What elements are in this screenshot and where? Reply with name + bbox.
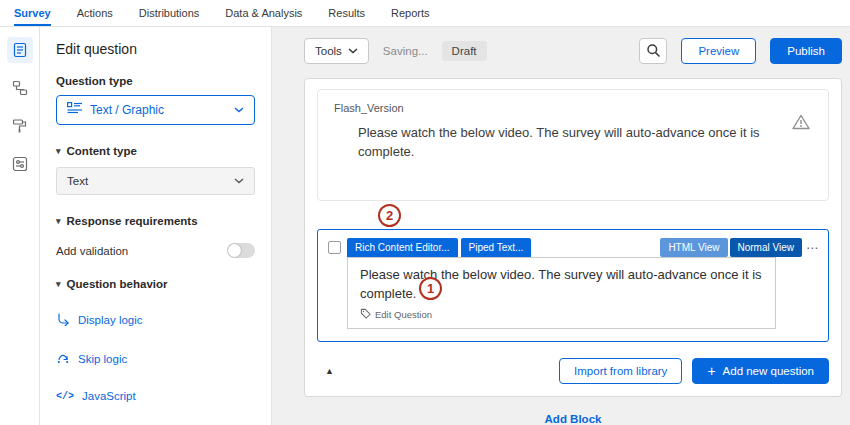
code-icon: </> <box>56 390 74 403</box>
survey-canvas: Tools Saving... Draft Preview Publish Fl… <box>272 27 850 425</box>
builder-icon[interactable] <box>7 37 33 63</box>
add-new-question-button[interactable]: + Add new question <box>692 358 829 384</box>
text-graphic-icon <box>67 102 82 118</box>
search-button[interactable] <box>639 38 667 64</box>
tools-label: Tools <box>315 45 342 57</box>
caret-down-icon: ▾ <box>56 146 61 156</box>
nav-actions[interactable]: Actions <box>77 0 113 26</box>
publish-button[interactable]: Publish <box>770 38 842 64</box>
top-navigation: Survey Actions Distributions Data & Anal… <box>0 0 850 27</box>
add-validation-toggle[interactable] <box>227 243 255 258</box>
survey-flow-icon[interactable] <box>7 75 33 101</box>
draft-status-badge: Draft <box>442 41 487 61</box>
add-block-button[interactable]: Add Block <box>304 413 842 425</box>
canvas-toolbar: Tools Saving... Draft Preview Publish <box>304 35 842 66</box>
rich-text-editor-area[interactable]: Please watch the below video. The survey… <box>347 257 776 329</box>
display-logic-icon <box>56 312 70 329</box>
import-from-library-button[interactable]: Import from library <box>559 358 682 384</box>
question-type-dropdown[interactable]: Text / Graphic <box>56 95 255 125</box>
block-footer: ▲ Import from library + Add new question <box>317 358 829 384</box>
content-type-label: Content type <box>67 145 137 157</box>
look-and-feel-icon[interactable] <box>7 113 33 139</box>
display-logic-link[interactable]: Display logic <box>56 312 255 329</box>
javascript-link[interactable]: </> JavaScript <box>56 390 255 403</box>
question-edit-block: Rich Content Editor... Piped Text... HTM… <box>317 229 829 342</box>
nav-survey[interactable]: Survey <box>14 0 51 26</box>
question-type-label: Question type <box>56 75 255 87</box>
skip-logic-link[interactable]: Skip logic <box>56 351 255 368</box>
tab-html-view[interactable]: HTML View <box>660 238 727 257</box>
question-text: Please watch the below video. The survey… <box>358 124 812 162</box>
nav-distributions[interactable]: Distributions <box>139 0 200 26</box>
content-type-dropdown[interactable]: Text <box>56 167 255 195</box>
question-preview[interactable]: Flash_Version Please watch the below vid… <box>317 89 829 201</box>
edit-question-text: Edit Question <box>375 309 432 320</box>
response-requirements-label: Response requirements <box>67 215 198 227</box>
section-response-requirements[interactable]: ▾ Response requirements <box>56 215 255 227</box>
collapse-block-icon[interactable]: ▲ <box>325 366 334 376</box>
question-checkbox[interactable] <box>328 241 341 254</box>
more-options-icon[interactable]: ⋯ <box>806 241 818 255</box>
block-card: Flash_Version Please watch the below vid… <box>304 78 842 397</box>
icon-rail <box>0 27 40 425</box>
tab-rich-content-editor[interactable]: Rich Content Editor... <box>347 238 458 257</box>
add-new-question-label: Add new question <box>723 365 814 377</box>
app-root: Survey Actions Distributions Data & Anal… <box>0 0 850 425</box>
panel-title: Edit question <box>56 41 255 57</box>
nav-results[interactable]: Results <box>328 0 365 26</box>
nav-reports[interactable]: Reports <box>391 0 430 26</box>
caret-down-icon: ▾ <box>56 216 61 226</box>
chevron-down-icon <box>234 107 244 113</box>
skip-logic-label: Skip logic <box>78 353 127 366</box>
editor-tab-row: Rich Content Editor... Piped Text... HTM… <box>328 238 818 257</box>
display-logic-label: Display logic <box>78 314 143 327</box>
chevron-down-icon <box>348 48 358 54</box>
question-type-value: Text / Graphic <box>90 103 164 117</box>
javascript-label: JavaScript <box>82 390 136 403</box>
survey-options-icon[interactable] <box>7 151 33 177</box>
chevron-down-icon <box>234 178 244 184</box>
section-content-type[interactable]: ▾ Content type <box>56 145 255 157</box>
tab-normal-view[interactable]: Normal View <box>730 238 803 257</box>
tab-piped-text[interactable]: Piped Text... <box>461 238 532 257</box>
nav-data-analysis[interactable]: Data & Analysis <box>225 0 302 26</box>
warning-icon[interactable] <box>792 114 810 133</box>
search-icon <box>646 43 661 58</box>
edit-question-label-button[interactable]: Edit Question <box>360 308 432 321</box>
editor-text: Please watch the below video. The survey… <box>360 266 763 304</box>
question-behavior-label: Question behavior <box>67 278 168 290</box>
plus-icon: + <box>707 364 715 378</box>
saving-status: Saving... <box>383 45 428 57</box>
add-validation-label: Add validation <box>56 245 128 257</box>
skip-logic-icon <box>56 351 70 368</box>
preview-button[interactable]: Preview <box>681 38 756 64</box>
tag-icon <box>360 308 371 321</box>
caret-down-icon: ▾ <box>56 279 61 289</box>
tools-button[interactable]: Tools <box>304 38 369 64</box>
question-id: Flash_Version <box>334 102 812 114</box>
edit-question-panel: Edit question Question type Text / Graph… <box>40 27 272 425</box>
content-type-value: Text <box>67 175 88 187</box>
section-question-behavior[interactable]: ▾ Question behavior <box>56 278 255 290</box>
